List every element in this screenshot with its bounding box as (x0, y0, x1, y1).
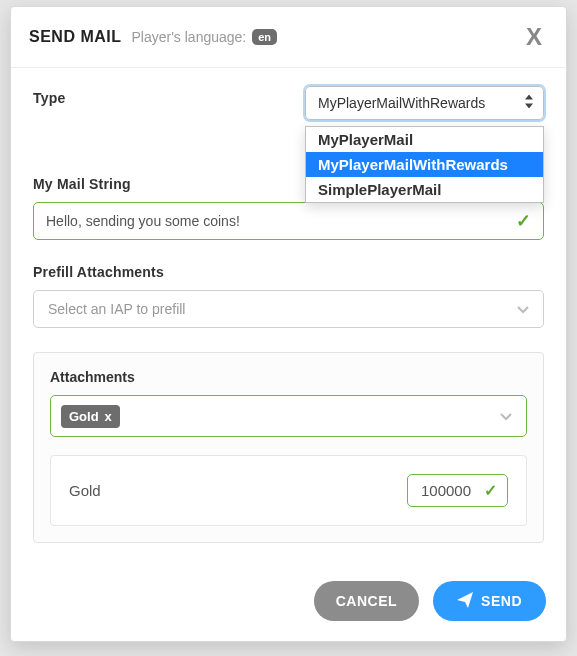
send-mail-dialog: SEND MAIL Player's language: en X Type M… (10, 6, 567, 642)
mail-string-input[interactable]: Hello, sending you some coins! ✓ (33, 202, 544, 240)
prefill-attachments-label: Prefill Attachments (33, 264, 544, 280)
dialog-body: Type MyPlayerMailWithRewards MyPlayerMai… (11, 68, 566, 565)
type-select[interactable]: MyPlayerMailWithRewards (305, 86, 544, 120)
type-option-myplayermail[interactable]: MyPlayerMail (306, 127, 543, 152)
dialog-title: SEND MAIL (29, 28, 122, 46)
chevron-down-icon (517, 301, 529, 317)
type-label: Type (33, 90, 65, 106)
dialog-footer: CANCEL SEND (11, 565, 566, 641)
validation-check-icon: ✓ (516, 210, 531, 232)
player-language-badge: en (252, 29, 277, 45)
prefill-attachments-placeholder: Select an IAP to prefill (48, 301, 185, 317)
close-button[interactable]: X (520, 21, 548, 53)
cancel-button[interactable]: CANCEL (314, 581, 419, 621)
prefill-attachments-select[interactable]: Select an IAP to prefill (33, 290, 544, 328)
player-language-label: Player's language: (132, 29, 247, 45)
send-button-label: SEND (481, 593, 522, 609)
attachment-quantity-field: ✓ (407, 474, 508, 507)
validation-check-icon: ✓ (484, 481, 497, 500)
type-select-value: MyPlayerMailWithRewards (318, 95, 485, 111)
type-option-myplayermailwithrewards[interactable]: MyPlayerMailWithRewards (306, 152, 543, 177)
select-sort-icon (525, 95, 533, 112)
attachment-tag-gold: Gold x (61, 405, 120, 428)
attachment-quantity-input[interactable] (418, 482, 474, 499)
type-field: Type MyPlayerMailWithRewards MyPlayerMai… (33, 86, 544, 120)
attachments-panel-label: Attachments (50, 369, 527, 385)
chevron-down-icon (500, 407, 512, 425)
type-dropdown-menu: MyPlayerMail MyPlayerMailWithRewards Sim… (305, 126, 544, 203)
attachments-select[interactable]: Gold x (50, 395, 527, 437)
attachment-row-name: Gold (69, 482, 101, 499)
attachment-tag-label: Gold (69, 409, 99, 424)
remove-tag-button[interactable]: x (105, 409, 112, 424)
mail-string-value: Hello, sending you some coins! (46, 213, 240, 229)
prefill-attachments-field: Prefill Attachments Select an IAP to pre… (33, 264, 544, 328)
cancel-button-label: CANCEL (336, 593, 397, 609)
dialog-header: SEND MAIL Player's language: en X (11, 7, 566, 68)
attachment-row: Gold ✓ (50, 455, 527, 526)
paper-plane-icon (457, 592, 473, 611)
type-option-simpleplayermail[interactable]: SimplePlayerMail (306, 177, 543, 202)
send-button[interactable]: SEND (433, 581, 546, 621)
attachments-panel: Attachments Gold x Gold ✓ (33, 352, 544, 543)
